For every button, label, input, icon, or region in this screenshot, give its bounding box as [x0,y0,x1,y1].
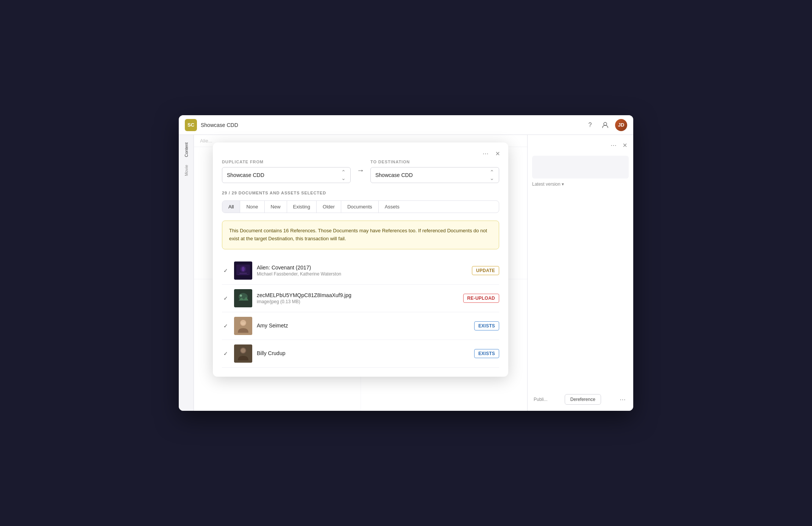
doc-info-4: Billy Crudup [257,350,470,357]
doc-item: ✓ Billy C [222,340,499,368]
panel-footer: Publi... Dereference ⋯ [534,394,627,405]
modal-more-button[interactable]: ⋯ [481,149,490,159]
doc-thumbnail-4 [234,344,252,363]
dereference-button[interactable]: Dereference [565,394,601,405]
app-window: SC Showcase CDD ? JD Content Movie Alie.… [179,115,633,411]
filter-tab-assets[interactable]: Assets [379,201,406,213]
filter-tab-all[interactable]: All [222,201,240,213]
doc-name-3: Amy Seimetz [257,322,470,329]
doc-thumbnail-1 [234,261,252,280]
modal-backdrop: ⋯ × DUPLICATE FROM Showcase CDD [194,135,527,411]
filter-tabs: All None New Existing Older Documents As… [222,200,499,213]
top-bar: SC Showcase CDD ? JD [179,115,633,135]
version-selector[interactable]: Latest version ▾ [532,182,629,187]
warning-text: This Document contains 16 References. Th… [229,227,492,243]
modal-dialog: ⋯ × DUPLICATE FROM Showcase CDD [213,142,508,377]
right-panel: ⋯ × Latest version ▾ Publi... Dereferenc… [527,135,633,411]
source-value: Showcase CDD [227,172,264,178]
filter-tab-new[interactable]: New [265,201,287,213]
filter-tab-existing[interactable]: Existing [287,201,317,213]
svg-point-0 [604,122,607,125]
doc-checkbox-2[interactable]: ✓ [222,294,230,302]
dest-group: TO DESTINATION Showcase CDD ⌃⌄ [370,160,499,183]
filter-tab-none[interactable]: None [240,201,264,213]
svg-point-15 [241,348,245,353]
svg-point-4 [242,267,245,271]
doc-name-2: zecMELPbU5YMQpC81Z8ImaaXuf9.jpg [257,292,459,298]
main-content: Alie... ⋯ × [194,135,527,411]
sidebar-tabs: Content Movie [179,135,194,411]
sidebar-tab-movie[interactable]: Movie [183,162,190,179]
doc-info-1: Alien: Covenant (2017) Michael Fassbende… [257,265,467,277]
avatar[interactable]: JD [615,119,627,131]
app-logo: SC [185,119,197,131]
sidebar-tab-content[interactable]: Content [183,139,190,160]
content-area: Content Movie Alie... ⋯ [179,135,633,411]
panel-more-button[interactable]: ⋯ [609,140,618,150]
arrow-divider-icon: → [357,166,364,179]
doc-badge-exists-2: EXISTS [474,349,499,358]
source-select[interactable]: Showcase CDD ⌃⌄ [222,167,351,183]
doc-thumbnail-2 [234,289,252,307]
doc-checkbox-3[interactable]: ✓ [222,322,230,330]
source-chevron-icon: ⌃⌄ [341,169,346,181]
doc-info-3: Amy Seimetz [257,322,470,329]
duplicate-section: DUPLICATE FROM Showcase CDD ⌃⌄ → TO DEST… [222,160,499,183]
warning-box: This Document contains 16 References. Th… [222,221,499,249]
modal-body: DUPLICATE FROM Showcase CDD ⌃⌄ → TO DEST… [213,160,508,377]
doc-item: ✓ [222,257,499,285]
doc-badge-exists-1: EXISTS [474,321,499,330]
duplicate-from-label: DUPLICATE FROM [222,160,351,164]
dest-chevron-icon: ⌃⌄ [490,169,494,181]
panel-content-area [532,156,629,178]
doc-badge-update: UPDATE [472,266,499,275]
dest-value: Showcase CDD [375,172,413,178]
doc-name-1: Alien: Covenant (2017) [257,265,467,271]
svg-rect-6 [238,274,248,275]
modal-close-button[interactable]: × [494,148,501,160]
doc-list: ✓ [222,257,499,368]
user-icon[interactable] [600,120,611,130]
svg-rect-5 [239,273,247,274]
app-title: Showcase CDD [201,122,238,128]
to-destination-label: TO DESTINATION [370,160,499,164]
panel-more-button-2[interactable]: ⋯ [618,394,627,405]
doc-name-4: Billy Crudup [257,350,470,356]
svg-point-12 [241,321,245,325]
doc-subtitle-2: image/jpeg (0.13 MB) [257,299,459,304]
filter-tab-documents[interactable]: Documents [341,201,379,213]
filter-tab-older[interactable]: Older [317,201,341,213]
doc-subtitle-1: Michael Fassbender, Katherine Waterston [257,271,467,277]
doc-thumbnail-3 [234,317,252,335]
doc-checkbox-1[interactable]: ✓ [222,267,230,274]
panel-header: ⋯ × [532,139,629,151]
doc-checkbox-4[interactable]: ✓ [222,350,230,357]
top-bar-right: ? JD [585,119,627,131]
panel-close-button[interactable]: × [621,139,629,151]
help-icon[interactable]: ? [585,120,595,130]
panel-publish-text: Publi... [534,397,548,402]
svg-point-9 [240,294,242,297]
source-group: DUPLICATE FROM Showcase CDD ⌃⌄ [222,160,351,183]
doc-item: ✓ [222,312,499,340]
doc-info-2: zecMELPbU5YMQpC81Z8ImaaXuf9.jpg image/jp… [257,292,459,304]
doc-badge-reupload: RE-UPLOAD [463,294,500,303]
doc-item: ✓ zecMELP [222,285,499,312]
dest-select[interactable]: Showcase CDD ⌃⌄ [370,167,499,183]
doc-counter: 29 / 29 DOCUMENTS AND ASSETS SELECTED [222,191,499,195]
duplicate-row: DUPLICATE FROM Showcase CDD ⌃⌄ → TO DEST… [222,160,499,183]
